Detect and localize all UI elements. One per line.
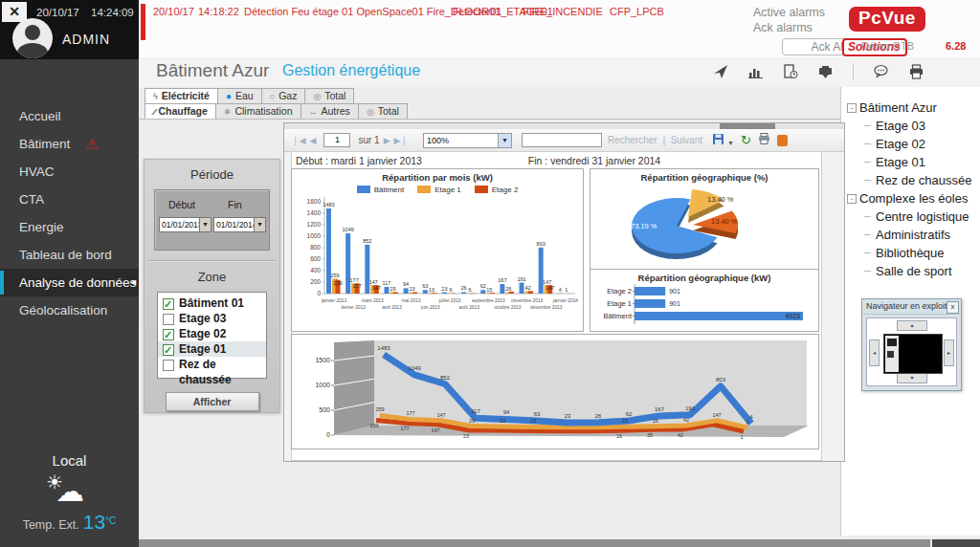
tree-node-etage-02[interactable]: Etage 02 — [847, 135, 971, 153]
zone-item-etage-01[interactable]: Etage 01 — [158, 341, 266, 357]
page-number-input[interactable]: 1 — [323, 133, 350, 147]
tree-node-salle-de-sport[interactable]: Salle de sport — [847, 262, 971, 280]
svg-text:42: 42 — [524, 285, 530, 291]
sidebar-item-geolocalisation[interactable]: Géolocalisation — [0, 296, 139, 324]
checkbox-icon[interactable] — [163, 360, 174, 371]
svg-text:1: 1 — [565, 287, 568, 293]
avatar[interactable] — [12, 18, 53, 58]
svg-text:23: 23 — [410, 286, 415, 292]
navigator-thumbnail[interactable] — [883, 334, 943, 374]
svg-text:23: 23 — [565, 413, 571, 419]
scrollbar-thumb[interactable] — [139, 539, 930, 547]
tree-node-complexe-les-eoles[interactable]: -Complexe les éoles — [847, 189, 971, 208]
report-period: Début : mardi 1 janvier 2013 Fin : vendr… — [296, 155, 660, 166]
tree-node-centre-logistique[interactable]: Centre logistique — [847, 208, 971, 226]
tab-total-energy[interactable]: ◎Total — [304, 88, 354, 103]
first-page-icon[interactable]: ❘◀ — [292, 136, 305, 145]
tab-electricite[interactable]: ϟEléctricité — [145, 88, 218, 103]
sidebar-item-analyse-de-donnees[interactable]: Analyse de données◄ — [0, 269, 139, 296]
svg-text:63: 63 — [422, 283, 428, 289]
pan-down-button[interactable]: ▾ — [897, 373, 927, 383]
svg-text:500: 500 — [319, 406, 330, 413]
refresh-icon[interactable]: ↻ — [741, 133, 751, 147]
tab-autres[interactable]: ↔Autres — [301, 103, 359, 119]
debut-date-select[interactable]: 01/01/2013▼ — [159, 217, 212, 232]
tree-node-administratifs[interactable]: Administratifs — [847, 226, 971, 244]
tree-node-rez-de-chaussee[interactable]: Rez de chaussée — [847, 171, 971, 189]
excel-export-icon[interactable] — [777, 135, 788, 146]
prev-page-icon[interactable]: ◀ — [309, 136, 316, 145]
next-page-icon[interactable]: ▶ — [384, 136, 390, 145]
svg-text:400: 400 — [310, 267, 321, 274]
search-button[interactable]: Rechercher ❘ Suivant — [608, 135, 702, 145]
print-icon[interactable] — [908, 64, 924, 79]
close-icon[interactable]: ✕ — [2, 2, 27, 22]
svg-text:avril 2013: avril 2013 — [382, 305, 402, 310]
print-small-icon[interactable] — [758, 133, 770, 147]
chart-icon[interactable] — [747, 64, 764, 79]
alarm-banner: 20/10/17 14:18:22 Détection Feu étage 01… — [139, 0, 980, 57]
pan-up-button[interactable]: ▴ — [897, 320, 927, 331]
svg-text:février 2013: février 2013 — [342, 305, 367, 310]
tab-gaz[interactable]: ○Gaz — [261, 88, 306, 103]
dropdown-arrow-icon[interactable]: ▼ — [254, 218, 265, 231]
horizontal-scrollbar[interactable] — [139, 539, 980, 547]
water-icon: ● — [226, 91, 232, 101]
zone-item-batiment-01[interactable]: Bâtiment 01 — [158, 295, 266, 311]
pin-icon[interactable] — [713, 64, 728, 79]
svg-text:janvier 2014: janvier 2014 — [552, 298, 578, 303]
dropdown-arrow-icon[interactable]: ▼ — [498, 134, 511, 147]
sidebar-item-energie[interactable]: Energie — [0, 213, 139, 241]
report-icon[interactable] — [783, 64, 798, 79]
tree-node-batiment-azur[interactable]: -Bâtiment Azur — [847, 98, 971, 117]
next-result-button[interactable]: Suivant — [671, 135, 702, 145]
navigator-close-icon[interactable]: x — [947, 301, 959, 314]
svg-text:15: 15 — [486, 287, 492, 293]
tab-climatisation[interactable]: ❄Climatisation — [215, 103, 301, 119]
sidebar-menu: Accueil Bâtiment⚠ HVAC CTA Energie Table… — [0, 102, 139, 324]
last-page-icon[interactable]: ▶❘ — [394, 136, 408, 145]
svg-text:901: 901 — [669, 288, 680, 295]
checkbox-icon[interactable] — [163, 344, 174, 356]
sidebar-item-batiment[interactable]: Bâtiment⚠ — [0, 130, 139, 158]
tree-expander-icon[interactable]: - — [847, 194, 857, 204]
sidebar-item-cta[interactable]: CTA — [0, 186, 139, 213]
comment-icon[interactable] — [873, 64, 889, 79]
sidebar-item-tableau-de-bord[interactable]: Tableau de bord — [0, 241, 139, 269]
svg-text:94: 94 — [503, 409, 510, 415]
checkbox-icon[interactable] — [163, 298, 174, 310]
fin-label: Fin — [228, 199, 242, 210]
zone-item-etage-03[interactable]: Etage 03 — [158, 311, 266, 326]
svg-text:6: 6 — [449, 287, 452, 293]
pan-left-button[interactable]: ◂ — [869, 339, 880, 366]
legend-swatch — [417, 186, 431, 193]
dropdown-arrow-icon[interactable]: ▼ — [199, 218, 211, 231]
save-icon[interactable]: ▼ — [712, 133, 734, 148]
tree-node-bibliotheque[interactable]: Bibliothèque — [847, 244, 971, 262]
tab-eau[interactable]: ●Eau — [217, 88, 262, 103]
checkbox-icon[interactable] — [163, 314, 174, 325]
svg-text:239: 239 — [333, 280, 342, 286]
svg-text:73.19 %: 73.19 % — [631, 222, 657, 230]
tab-chauffage[interactable]: ⁄⁄⁄Chauffage — [145, 103, 216, 119]
fin-date-select[interactable]: 01/01/2014▼ — [213, 217, 266, 232]
zoom-select[interactable]: 100%▼ — [423, 133, 512, 148]
tree-node-etage-01[interactable]: Etage 01 — [847, 153, 971, 171]
pan-right-button[interactable]: ▸ — [944, 339, 954, 366]
afficher-button[interactable]: Afficher — [166, 392, 259, 411]
svg-text:juin 2013: juin 2013 — [420, 305, 440, 310]
svg-text:23: 23 — [463, 433, 469, 439]
sidebar-item-accueil[interactable]: Accueil — [0, 102, 139, 130]
tree-node-etage-03[interactable]: Etage 03 — [847, 117, 971, 135]
svg-text:117: 117 — [471, 408, 480, 414]
export-icon[interactable] — [817, 64, 834, 79]
zone-item-rez-de-chaussee[interactable]: Rez de chaussée — [158, 357, 266, 372]
zone-item-etage-02[interactable]: Etage 02 — [158, 326, 266, 341]
search-input[interactable] — [522, 133, 602, 147]
tree-expander-icon[interactable]: - — [847, 103, 857, 113]
checkbox-icon[interactable] — [163, 329, 174, 340]
sidebar-item-hvac[interactable]: HVAC — [0, 158, 139, 186]
tab-row-usage: ⁄⁄⁄Chauffage ❄Climatisation ↔Autres ◎Tot… — [145, 103, 407, 119]
tab-total-usage[interactable]: ◎Total — [358, 103, 408, 119]
svg-text:167: 167 — [498, 277, 506, 283]
